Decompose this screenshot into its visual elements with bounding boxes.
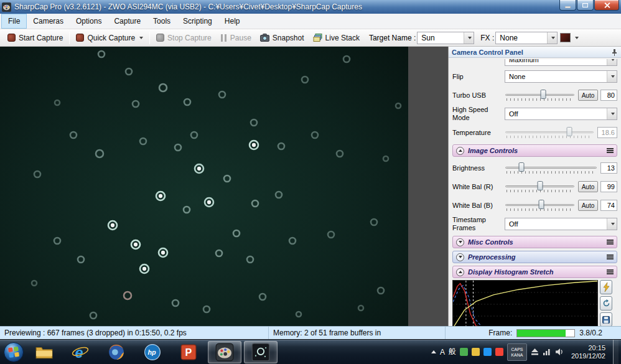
white-bal-r-value[interactable]: 99 xyxy=(600,181,617,192)
auto-stretch-button[interactable] xyxy=(600,280,612,294)
network-icon[interactable] xyxy=(543,348,551,356)
target-name-combo[interactable]: Sun xyxy=(417,32,474,44)
white-bal-b-slider[interactable] xyxy=(505,199,575,212)
taskbar-powerpoint-button[interactable]: P xyxy=(172,341,205,363)
timestamp-dropdown[interactable]: Off xyxy=(505,218,617,230)
quick-capture-button[interactable]: Quick Capture xyxy=(72,32,147,44)
menu-tools[interactable]: Tools xyxy=(147,14,177,29)
brightness-value[interactable]: 13 xyxy=(600,162,617,174)
camera-preview-image xyxy=(0,47,408,327)
turbo-usb-value[interactable]: 80 xyxy=(600,90,617,101)
clipped-dropdown-value: Maximum xyxy=(505,59,607,63)
timestamp-label: Timestamp Frames xyxy=(452,216,505,231)
menu-cameras[interactable]: Cameras xyxy=(27,14,70,29)
taskbar-clock[interactable]: 20:15 2019/12/02 xyxy=(567,344,609,360)
pin-icon[interactable] xyxy=(611,49,618,56)
taskbar-browser-button[interactable] xyxy=(100,341,133,363)
collapse-icon[interactable] xyxy=(456,147,464,155)
menu-capture[interactable]: Capture xyxy=(108,14,147,29)
chevron-down-icon xyxy=(468,37,472,39)
main-toolbar: Start Capture Quick Capture Stop Capture… xyxy=(0,29,621,47)
pause-button[interactable]: Pause xyxy=(216,32,256,44)
live-stack-button[interactable]: Live Stack xyxy=(309,32,364,44)
colour-space-button[interactable] xyxy=(558,31,581,44)
white-bal-r-slider[interactable] xyxy=(505,180,575,193)
slider-thumb[interactable] xyxy=(538,200,544,209)
folder-icon xyxy=(35,345,53,359)
caps-label: CAPS xyxy=(508,347,526,352)
section-image-controls[interactable]: Image Controls xyxy=(452,144,617,157)
close-button[interactable] xyxy=(594,0,619,11)
start-button[interactable] xyxy=(1,340,26,364)
slider-thumb[interactable] xyxy=(541,90,546,99)
combo-arrow xyxy=(607,71,617,82)
menu-help[interactable]: Help xyxy=(218,14,246,29)
flip-dropdown[interactable]: None xyxy=(505,70,617,83)
taskbar-explorer-button[interactable] xyxy=(27,341,61,363)
turbo-usb-slider[interactable] xyxy=(505,89,575,101)
hidden-icons-chevron-icon[interactable] xyxy=(431,350,436,353)
combo-arrow xyxy=(547,32,557,44)
section-menu-icon[interactable] xyxy=(607,240,614,245)
slider-thumb[interactable] xyxy=(518,162,524,172)
tray-app-icon-blue[interactable] xyxy=(483,348,492,356)
taskbar-sharpcap-button[interactable] xyxy=(208,341,241,363)
section-misc-controls[interactable]: Misc Controls xyxy=(452,236,617,248)
snapshot-button[interactable]: Snapshot xyxy=(256,32,309,44)
tray-app-icon-red[interactable] xyxy=(495,348,503,356)
white-bal-b-auto-button[interactable]: Auto xyxy=(578,200,598,211)
collapse-icon[interactable] xyxy=(456,268,464,276)
pause-label: Pause xyxy=(230,34,251,42)
menu-bar: File Cameras Options Capture Tools Scrip… xyxy=(0,14,621,29)
clock-date: 2019/12/02 xyxy=(571,352,605,360)
slider-track xyxy=(505,131,594,133)
caps-kana-indicator[interactable]: CAPS KANA xyxy=(507,343,527,361)
taskbar-capture-window-button[interactable] xyxy=(244,341,278,363)
brightness-slider[interactable] xyxy=(505,162,597,174)
white-bal-b-value[interactable]: 74 xyxy=(600,200,617,211)
section-title: Image Controls xyxy=(468,147,607,154)
expand-icon[interactable] xyxy=(456,253,464,261)
tray-app-icon-yellow[interactable] xyxy=(472,348,480,356)
frame-progress-fill xyxy=(517,330,566,337)
section-menu-icon[interactable] xyxy=(607,254,614,259)
volume-icon[interactable] xyxy=(555,348,564,356)
taskbar-hp-button[interactable]: hp xyxy=(136,341,169,363)
reset-stretch-button[interactable] xyxy=(600,296,612,310)
white-bal-r-auto-button[interactable]: Auto xyxy=(578,181,598,192)
fx-combo[interactable]: None xyxy=(495,32,558,44)
taskbar-ie-button[interactable]: e xyxy=(63,341,97,363)
histogram-stretch-widget xyxy=(452,280,617,326)
menu-scripting[interactable]: Scripting xyxy=(177,14,218,29)
windows-taskbar: e hp P xyxy=(0,339,621,364)
panel-title: Camera Control Panel xyxy=(452,49,611,56)
panel-body: Maximum Flip None Turbo USB xyxy=(449,58,621,326)
chevron-down-icon xyxy=(611,223,615,225)
tray-app-icon-green[interactable] xyxy=(460,348,468,356)
save-stretch-button[interactable] xyxy=(600,312,612,326)
section-menu-icon[interactable] xyxy=(607,148,614,153)
minimize-button[interactable] xyxy=(559,0,576,11)
window-title: SharpCap Pro (v3.2.6121) - ZWO ASI294MC … xyxy=(14,2,556,11)
expand-icon[interactable] xyxy=(456,238,464,246)
turbo-usb-auto-button[interactable]: Auto xyxy=(578,90,598,101)
maximize-button[interactable] xyxy=(577,0,594,11)
slider-thumb[interactable] xyxy=(537,181,543,190)
menu-options[interactable]: Options xyxy=(70,14,108,29)
section-preprocessing[interactable]: Preprocessing xyxy=(452,251,617,263)
ime-language-indicator[interactable]: A xyxy=(440,348,445,357)
histogram-canvas[interactable] xyxy=(452,280,598,326)
brightness-label: Brightness xyxy=(452,164,505,172)
high-speed-dropdown[interactable]: Off xyxy=(505,108,617,120)
section-display-histogram-stretch[interactable]: Display Histogram Stretch xyxy=(452,266,617,278)
stop-capture-button[interactable]: Stop Capture xyxy=(152,32,216,44)
status-frame-section: Frame: 3.8/0.2 xyxy=(446,327,621,339)
eject-icon[interactable] xyxy=(531,348,539,356)
ime-mode-indicator[interactable]: 般 xyxy=(449,347,456,357)
clipped-dropdown[interactable]: Maximum xyxy=(505,59,617,66)
show-desktop-button[interactable] xyxy=(613,340,619,364)
menu-file[interactable]: File xyxy=(1,14,27,29)
section-menu-icon[interactable] xyxy=(607,269,614,274)
slider-thumb xyxy=(566,127,572,136)
start-capture-button[interactable]: Start Capture xyxy=(3,32,67,44)
